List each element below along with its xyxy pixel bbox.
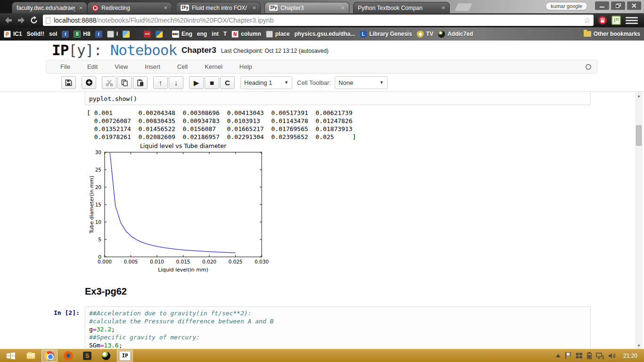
input-prompt: In [2]: — [54, 309, 80, 316]
bookmark-item[interactable]: I — [107, 31, 118, 38]
svg-text:Liquid level vs Tube diameter: Liquid level vs Tube diameter — [140, 142, 227, 149]
bookmark-item[interactable]: PIC1 — [4, 31, 22, 38]
bookmark-item[interactable]: BBCEng — [172, 31, 192, 38]
cut-cell-button[interactable] — [102, 76, 116, 89]
code-cell-input-2[interactable]: ##Acceleration due to gravity(in ft/sec*… — [85, 306, 591, 349]
action-center-flag-icon[interactable] — [565, 352, 571, 359]
browser-tab[interactable]: IPyChapter3× — [264, 2, 349, 13]
scroll-down-icon[interactable]: ▼ — [635, 342, 643, 349]
minimize-button[interactable] — [595, 1, 609, 10]
logo-y: [y]: — [68, 41, 102, 58]
bookmark-label: H8 — [83, 31, 90, 37]
bookmark-item[interactable]: physics.gsu.edu/dha... — [294, 31, 355, 37]
bookmark-item[interactable] — [123, 31, 130, 38]
url-box[interactable]: localhost:8888/notebooks/Fluid%20mech%20… — [43, 15, 594, 26]
taskbar-explorer[interactable] — [23, 350, 39, 362]
taskbar-ipython[interactable]: IP — [117, 350, 133, 362]
bookmark-item[interactable]: Solid!! — [27, 31, 44, 37]
browser-tab[interactable]: Redirecting× — [87, 2, 172, 13]
tray-expand-icon[interactable] — [556, 354, 561, 357]
new-tab-button[interactable] — [454, 3, 472, 11]
bookmark-item[interactable]: eng — [197, 31, 207, 37]
bookmark-item[interactable]: f — [95, 31, 102, 38]
tab-close-icon[interactable]: × — [78, 5, 83, 11]
bookmark-item[interactable]: IAS — [144, 31, 151, 38]
move-cell-down-button[interactable]: ↓ — [169, 76, 183, 89]
profile-label[interactable]: kumar google — [545, 2, 587, 10]
code-cell-input[interactable]: pyplot.show() — [85, 91, 591, 105]
back-button[interactable] — [4, 17, 13, 24]
scrollbar-thumb[interactable] — [636, 125, 642, 146]
ipy-favicon: IPy — [269, 5, 278, 11]
notebook-title[interactable]: Chapter3 — [182, 46, 216, 55]
reload-button[interactable] — [30, 16, 38, 25]
url-text[interactable]: localhost:8888/notebooks/Fluid%20mech%20… — [54, 16, 580, 24]
restart-kernel-button[interactable]: C — [220, 76, 235, 89]
browser-tab[interactable]: faculty.dwc.edu/sadraey/C× — [12, 2, 87, 13]
add-cell-button[interactable] — [82, 76, 96, 89]
tab-close-icon[interactable]: × — [251, 5, 257, 11]
interrupt-kernel-button[interactable]: ■ — [205, 76, 219, 89]
menu-edit[interactable]: Edit — [79, 63, 106, 70]
shield-favicon — [92, 5, 99, 11]
tab-close-icon[interactable]: × — [440, 5, 446, 11]
menu-insert[interactable]: Insert — [136, 63, 169, 70]
bookmark-item[interactable]: sol — [49, 31, 57, 37]
bookmark-label: Addic7ed — [447, 31, 473, 37]
menu-kernel[interactable]: Kernel — [196, 63, 231, 70]
start-button[interactable] — [3, 350, 19, 362]
restore-button[interactable] — [611, 1, 625, 10]
volume-icon[interactable] — [609, 353, 616, 359]
svg-text:5: 5 — [98, 237, 101, 242]
battery-icon[interactable] — [587, 352, 592, 359]
scrollbar[interactable]: ▲ ▼ — [635, 92, 643, 349]
url-host: localhost:8888 — [54, 16, 96, 24]
menu-help[interactable]: Help — [231, 63, 261, 70]
taskbar-app-ball[interactable] — [98, 350, 114, 362]
forward-button[interactable] — [17, 17, 25, 24]
taskbar-sublime[interactable]: S — [79, 350, 95, 362]
windows-taskbar: S IP 21:20 — [0, 349, 644, 362]
tray-windows-icon[interactable] — [576, 353, 583, 359]
browser-tab[interactable]: IPyFluid mech intro FOX/× — [176, 2, 261, 13]
cell-type-select[interactable]: Heading 1 ▼ — [240, 76, 292, 89]
bookmark-item[interactable]: place — [266, 31, 290, 38]
folder-icon — [584, 31, 591, 37]
bookmark-star-icon[interactable]: ☆ — [584, 16, 591, 25]
tab-close-icon[interactable]: × — [163, 5, 168, 11]
move-cell-up-button[interactable]: ↑ — [153, 76, 168, 89]
browser-tab[interactable]: Python Textbook Compan× — [353, 2, 450, 13]
chrome-menu-icon[interactable] — [626, 16, 638, 25]
bookmark-item[interactable]: TV — [417, 31, 433, 38]
bookmark-item[interactable]: Addic7ed — [438, 31, 473, 38]
bookmark-item[interactable]: Ncolumn — [231, 31, 261, 38]
paste-cell-button[interactable] — [133, 76, 148, 89]
bookmark-item[interactable] — [156, 31, 163, 38]
cell-toolbar-select[interactable]: None ▼ — [335, 76, 388, 89]
taskbar-chrome[interactable] — [41, 350, 58, 362]
copy-cell-button[interactable] — [117, 76, 132, 89]
tab-close-icon[interactable]: × — [340, 5, 346, 11]
bookmark-favicon-facebook: f — [62, 31, 69, 38]
network-icon[interactable] — [596, 353, 604, 359]
notebook-content: pyplot.show() [ 0.001 0.00204348 0.00308… — [0, 91, 644, 349]
bookmark-item[interactable]: LLibrary Genesis — [360, 31, 412, 38]
save-button[interactable] — [61, 76, 76, 89]
scroll-up-icon[interactable]: ▲ — [635, 92, 643, 99]
extension-icon[interactable] — [611, 16, 621, 25]
bookmark-item[interactable]: int — [212, 31, 219, 37]
menu-file[interactable]: File — [52, 63, 79, 70]
ipython-logo[interactable]: IP[y]: Notebook — [52, 41, 177, 58]
taskbar-firefox[interactable] — [60, 350, 76, 362]
menu-cell[interactable]: Cell — [169, 63, 196, 70]
restart-icon: C — [225, 79, 230, 86]
adblock-icon[interactable] — [598, 16, 607, 25]
other-bookmarks[interactable]: Other bookmarks — [584, 31, 640, 37]
menu-view[interactable]: View — [106, 63, 136, 70]
bookmark-item[interactable]: 8H8 — [74, 31, 90, 38]
close-button[interactable] — [627, 1, 641, 10]
bookmark-item[interactable]: f — [62, 31, 69, 38]
run-cell-button[interactable]: ▶ — [189, 76, 204, 89]
code-line: pyplot.show() — [89, 95, 586, 103]
bookmark-item[interactable]: T — [223, 31, 227, 37]
